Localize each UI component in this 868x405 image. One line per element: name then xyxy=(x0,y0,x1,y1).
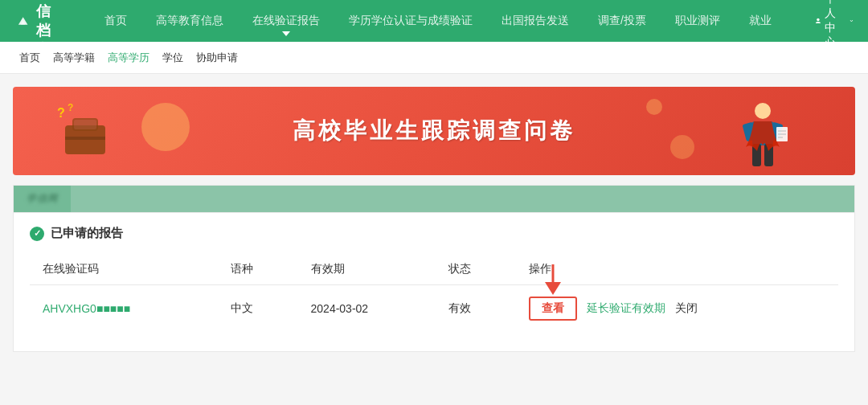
nav-cert[interactable]: 学历学位认证与成绩验证 xyxy=(344,10,477,31)
col-header-status: 状态 xyxy=(436,254,515,285)
arrow-down-icon xyxy=(537,264,569,295)
col-header-code: 在线验证码 xyxy=(30,254,218,285)
person-icon xyxy=(735,99,791,175)
tab-xuexinwang[interactable]: 学信网 xyxy=(14,186,71,212)
cell-validity: 2024-03-02 xyxy=(298,285,436,333)
svg-rect-4 xyxy=(73,119,97,130)
deco-circle-3 xyxy=(646,99,662,115)
svg-text:?: ? xyxy=(68,103,73,113)
view-button-container: 查看 xyxy=(529,297,577,321)
top-navigation: 学信档案 首页 高等教育信息 在线验证报告 学历学位认证与成绩验证 出国报告发送… xyxy=(0,0,868,42)
close-button[interactable]: 关闭 xyxy=(675,301,698,316)
breadcrumb-home[interactable]: 首页 xyxy=(19,51,40,65)
extend-button[interactable]: 延长验证有效期 xyxy=(587,301,665,316)
nav-employment[interactable]: 就业 xyxy=(744,10,776,31)
banner-title: 高校毕业生跟踪调查问卷 xyxy=(293,116,575,146)
cell-language: 中文 xyxy=(218,285,297,333)
action-buttons: 查看 延长验证有效期 关闭 xyxy=(529,297,825,321)
table-row: AHVXHG0■■■■■ 中文 2024-03-02 有效 查看 xyxy=(30,285,838,333)
tab-section: 学信网 xyxy=(13,185,855,213)
breadcrumb: 首页 高等学籍 高等学历 学位 协助申请 xyxy=(0,42,868,74)
section-header: ✓ 已申请的报告 xyxy=(30,226,838,241)
view-button[interactable]: 查看 xyxy=(529,297,577,321)
breadcrumb-xuewei[interactable]: 学位 xyxy=(162,51,183,65)
banner: ? ? 高校毕业生跟踪调查问卷 xyxy=(13,87,855,175)
svg-text:?: ? xyxy=(57,106,65,120)
svg-marker-19 xyxy=(545,282,561,295)
check-icon: ✓ xyxy=(30,227,44,241)
content-area: ✓ 已申请的报告 在线验证码 语种 有效期 状态 操作 AHVXHG0■■■■■… xyxy=(13,213,855,352)
briefcase-icon: ? ? xyxy=(53,103,117,167)
reports-table: 在线验证码 语种 有效期 状态 操作 AHVXHG0■■■■■ 中文 2024-… xyxy=(30,254,838,332)
nav-survey[interactable]: 调查/投票 xyxy=(593,10,651,31)
svg-rect-5 xyxy=(65,137,105,140)
logo-icon xyxy=(16,6,30,35)
nav-assessment[interactable]: 职业测评 xyxy=(670,10,725,31)
cell-actions: 查看 延长验证有效期 关闭 xyxy=(516,285,838,333)
breadcrumb-apply[interactable]: 协助申请 xyxy=(196,51,238,65)
nav-abroad[interactable]: 出国报告发送 xyxy=(497,10,574,31)
col-header-language: 语种 xyxy=(218,254,297,285)
cell-code: AHVXHG0■■■■■ xyxy=(30,285,218,333)
table-header-row: 在线验证码 语种 有效期 状态 操作 xyxy=(30,254,838,285)
nav-verify[interactable]: 在线验证报告 xyxy=(248,10,325,31)
nav-education[interactable]: 高等教育信息 xyxy=(151,10,228,31)
nav-home[interactable]: 首页 xyxy=(100,10,132,31)
cell-status: 有效 xyxy=(436,285,515,333)
tab-bar: 学信网 xyxy=(14,186,854,212)
deco-circle-2 xyxy=(670,135,694,159)
deco-circle-1 xyxy=(141,103,190,151)
breadcrumb-xuji[interactable]: 高等学籍 xyxy=(53,51,95,65)
user-label: 个人中心 xyxy=(825,0,846,50)
section-title: 已申请的报告 xyxy=(51,226,123,241)
svg-point-8 xyxy=(755,103,771,119)
col-header-validity: 有效期 xyxy=(298,254,436,285)
verification-code-link[interactable]: AHVXHG0■■■■■ xyxy=(43,302,130,315)
nav-active-arrow xyxy=(282,31,290,36)
user-icon xyxy=(815,14,821,27)
svg-point-2 xyxy=(817,18,819,21)
chevron-down-icon xyxy=(850,17,854,25)
user-menu[interactable]: 个人中心 xyxy=(815,0,854,50)
breadcrumb-xueli[interactable]: 高等学历 xyxy=(108,51,149,65)
